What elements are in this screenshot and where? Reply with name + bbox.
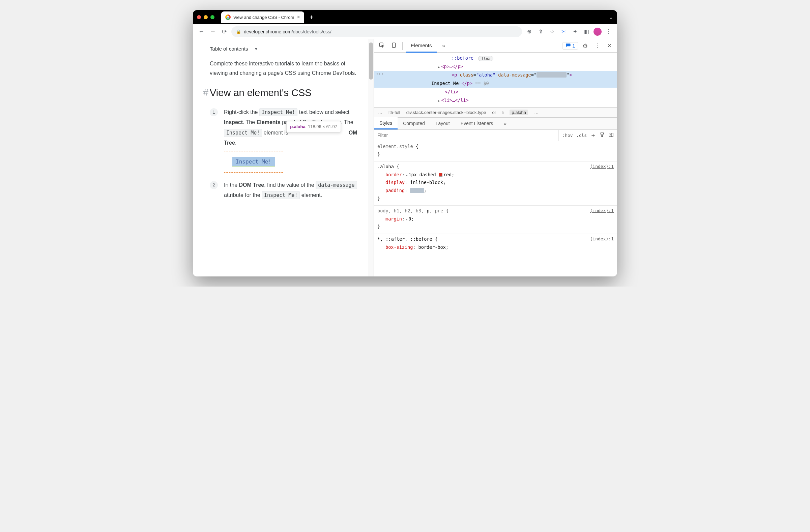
hov-toggle[interactable]: :hov (562, 133, 572, 138)
lock-icon: 🔒 (236, 29, 241, 34)
expand-icon[interactable] (405, 216, 408, 221)
sidepanel-icon[interactable]: ◧ (582, 28, 591, 35)
content-area: Table of contents ▼ Complete these inter… (193, 39, 617, 277)
body-rule[interactable]: (index):1 body, h1, h2, h3, p, pre { mar… (374, 206, 617, 234)
reload-button[interactable]: ⟳ (220, 28, 229, 35)
url-path: /docs/devtools/css/ (292, 29, 331, 34)
settings-gear-icon[interactable]: ⚙ (580, 42, 590, 50)
paint-icon[interactable] (600, 132, 605, 138)
step-1: 1 Right-click the Inspect Me! text below… (210, 107, 358, 172)
svg-rect-2 (609, 133, 613, 136)
code-inspect-me: Inspect Me! (259, 108, 297, 116)
forward-button: → (208, 28, 217, 35)
source-link[interactable]: (index):1 (590, 163, 614, 171)
close-devtools-icon[interactable]: × (604, 42, 614, 50)
more-subtabs-icon[interactable]: » (498, 117, 512, 130)
selected-dom-node[interactable]: <p class="aloha" data-message="xxxxxxxxx… (374, 71, 617, 88)
step-number: 1 (210, 108, 218, 116)
devtools-panel: Elements » 1 ⚙ ⋮ × ::before flex <p>…</p… (374, 39, 617, 277)
layout-tab[interactable]: Layout (430, 117, 455, 130)
scissors-extension-icon[interactable]: ✂ (559, 28, 568, 35)
menu-icon[interactable]: ⋮ (604, 28, 613, 35)
step-body: In the DOM Tree, find the value of the d… (224, 180, 358, 201)
source-link[interactable]: (index):1 (590, 235, 614, 243)
intro-paragraph: Complete these interactive tutorials to … (210, 59, 358, 78)
crumb-item[interactable]: ol (492, 110, 496, 115)
filter-input[interactable] (374, 133, 558, 138)
styles-tabbar: Styles Computed Layout Event Listeners » (374, 118, 617, 130)
chevron-down-icon: ▼ (254, 47, 258, 51)
crumb-item[interactable]: div.stack.center-images.stack--block.typ… (406, 110, 486, 115)
address-bar[interactable]: 🔒 developer.chrome.com/docs/devtools/css… (231, 26, 522, 37)
browser-window: View and change CSS - Chrom × + ⌄ ← → ⟳ … (193, 10, 617, 277)
expand-icon[interactable] (405, 172, 408, 177)
steps-list: 1 Right-click the Inspect Me! text below… (210, 107, 358, 201)
elements-tab[interactable]: Elements (406, 39, 437, 53)
extensions-icon[interactable]: ✦ (571, 28, 579, 35)
inspector-tooltip: p.aloha 118.96 × 61.97 (286, 121, 341, 133)
devtools-tabbar: Elements » 1 ⚙ ⋮ × (374, 39, 617, 53)
source-link[interactable]: (index):1 (590, 207, 614, 215)
element-style-rule[interactable]: element.style { } (374, 141, 617, 162)
more-tabs-icon[interactable]: » (439, 43, 449, 49)
event-listeners-tab[interactable]: Event Listeners (455, 117, 499, 130)
inspect-me-element[interactable]: Inspect Me! (224, 151, 283, 172)
redacted-value: xxxxxxxxxxx (536, 72, 567, 78)
breadcrumb[interactable]: … lth-full div.stack.center-images.stack… (374, 107, 617, 118)
browser-tab[interactable]: View and change CSS - Chrom × (221, 12, 304, 23)
computed-tab[interactable]: Computed (398, 117, 430, 130)
kebab-menu-icon[interactable]: ⋮ (592, 43, 602, 49)
crumb-item-selected[interactable]: p.aloha (509, 110, 528, 115)
svg-rect-1 (392, 43, 395, 48)
toggle-sidebar-icon[interactable] (608, 132, 614, 138)
add-rule-icon[interactable]: ＋ (590, 131, 596, 139)
flex-badge[interactable]: flex (478, 56, 493, 61)
expand-icon[interactable] (438, 97, 441, 103)
styles-tab[interactable]: Styles (374, 117, 398, 130)
crumb-overflow-right[interactable]: … (534, 110, 538, 115)
page-scrollbar[interactable] (368, 39, 374, 277)
inspect-me-text: Inspect Me! (232, 157, 275, 166)
titlebar: View and change CSS - Chrom × + ⌄ (193, 10, 617, 24)
crumb-item[interactable]: li (502, 110, 504, 115)
profile-avatar[interactable] (594, 28, 602, 36)
url-domain: developer.chrome.com (244, 29, 292, 34)
aloha-rule[interactable]: (index):1 .aloha { border:1px dashed red… (374, 162, 617, 206)
scrollbar-thumb[interactable] (369, 43, 373, 80)
cls-toggle[interactable]: .cls (576, 133, 587, 138)
tooltip-selector: p.aloha (290, 124, 306, 129)
inspect-element-icon[interactable] (377, 42, 387, 50)
zoom-icon[interactable]: ⊕ (525, 28, 534, 35)
webpage: Table of contents ▼ Complete these inter… (193, 39, 368, 277)
share-icon[interactable]: ⇪ (536, 28, 545, 35)
issues-badge[interactable]: 1 (563, 42, 578, 50)
tab-title: View and change CSS - Chrom (233, 15, 294, 20)
dom-tree[interactable]: ::before flex <p>…</p> <p class="aloha" … (374, 53, 617, 107)
minimize-window[interactable] (204, 15, 208, 19)
window-controls (197, 15, 214, 19)
close-window[interactable] (197, 15, 201, 19)
step-body: Right-click the Inspect Me! text below a… (224, 107, 358, 172)
styles-filterbar: :hov .cls ＋ (374, 130, 617, 141)
tab-search-icon[interactable]: ⌄ (609, 15, 613, 20)
new-tab-button[interactable]: + (307, 13, 316, 22)
device-toolbar-icon[interactable] (389, 42, 399, 50)
tooltip-dimensions: 118.96 × 61.97 (308, 124, 337, 129)
table-of-contents[interactable]: Table of contents ▼ (210, 46, 358, 52)
redacted-value: xxxxx (410, 188, 424, 193)
bookmark-icon[interactable]: ☆ (548, 28, 556, 35)
color-swatch[interactable] (439, 173, 442, 177)
maximize-window[interactable] (210, 15, 214, 19)
favicon (225, 15, 231, 20)
close-tab-icon[interactable]: × (297, 14, 300, 20)
expand-icon[interactable] (438, 64, 441, 69)
toc-label: Table of contents (210, 46, 248, 52)
crumb-item[interactable]: lth-full (388, 110, 400, 115)
back-button[interactable]: ← (197, 28, 206, 35)
section-heading: View an element's CSS (210, 87, 358, 98)
styles-pane[interactable]: element.style { } (index):1 .aloha { bor… (374, 141, 617, 254)
crumb-overflow-left[interactable]: … (378, 110, 383, 115)
step-2: 2 In the DOM Tree, find the value of the… (210, 180, 358, 201)
step-number: 2 (210, 181, 218, 189)
universal-rule[interactable]: (index):1 *, ::after, ::before { box-siz… (374, 234, 617, 254)
